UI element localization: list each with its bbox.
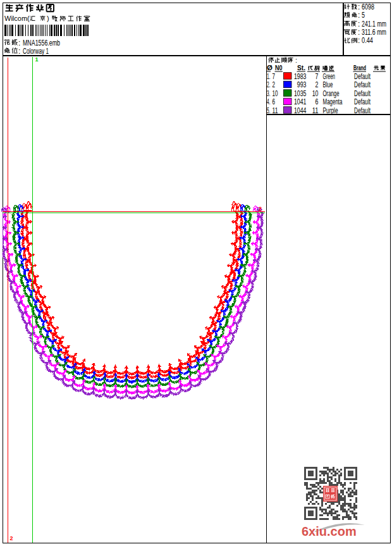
svg-text::: : (295, 56, 297, 64)
svg-text:Ø: Ø (267, 64, 273, 71)
svg-text:Default: Default (354, 97, 371, 106)
svg-text:10: 10 (312, 89, 319, 98)
svg-text:6098: 6098 (362, 3, 374, 11)
svg-text:MNA1556.emb: MNA1556.emb (23, 39, 60, 47)
svg-text:2.: 2. (267, 80, 271, 89)
svg-text::: : (358, 28, 360, 37)
svg-text:Default: Default (354, 72, 371, 81)
svg-text:6xiu.com: 6xiu.com (302, 524, 357, 538)
svg-text:5.: 5. (267, 106, 271, 115)
svg-text:241.1 mm: 241.1 mm (362, 20, 386, 28)
svg-text:Default: Default (354, 89, 371, 98)
svg-text:10: 10 (273, 89, 278, 98)
svg-text:Purple: Purple (323, 106, 338, 115)
svg-text:11: 11 (273, 106, 278, 115)
svg-text:0.44: 0.44 (362, 36, 373, 45)
svg-text:1035: 1035 (294, 89, 307, 98)
svg-text:1044: 1044 (294, 106, 307, 115)
svg-text::: : (18, 39, 20, 47)
svg-text:1: 1 (35, 56, 39, 63)
svg-text:Wilcom(: Wilcom( (4, 15, 30, 22)
svg-text:1041: 1041 (294, 97, 307, 106)
svg-text:7: 7 (273, 72, 276, 81)
svg-text:2: 2 (273, 80, 276, 89)
svg-text::: : (358, 11, 360, 20)
svg-text:): ) (47, 15, 49, 22)
svg-text:6: 6 (273, 97, 276, 106)
svg-text:Blue: Blue (323, 80, 333, 89)
svg-text:6: 6 (315, 97, 319, 106)
svg-text:5: 5 (362, 11, 365, 20)
svg-text:1983: 1983 (294, 72, 307, 81)
svg-text:7: 7 (315, 72, 319, 81)
svg-text:311.6 mm: 311.6 mm (362, 28, 386, 37)
svg-text::: : (358, 20, 360, 28)
svg-text:2: 2 (315, 80, 319, 89)
svg-text:Default: Default (354, 80, 371, 89)
svg-text:Colorway 1: Colorway 1 (23, 47, 49, 56)
svg-text::: : (358, 3, 360, 11)
svg-text:Magenta: Magenta (323, 97, 343, 106)
svg-text:N0: N0 (275, 64, 283, 71)
svg-text:2: 2 (259, 206, 262, 212)
svg-text:Brand: Brand (353, 64, 366, 71)
svg-text:3.: 3. (267, 89, 271, 98)
svg-text:1.: 1. (267, 72, 271, 81)
svg-text:St.: St. (297, 64, 305, 71)
svg-text:Green: Green (323, 72, 336, 81)
svg-text:Default: Default (354, 106, 371, 115)
svg-text::: : (358, 36, 360, 45)
svg-text:2: 2 (10, 535, 13, 541)
svg-text:993: 993 (297, 80, 307, 89)
svg-text:4.: 4. (267, 97, 271, 106)
svg-text:Orange: Orange (323, 89, 340, 98)
svg-text::: : (18, 47, 20, 56)
svg-text:11: 11 (312, 106, 319, 115)
